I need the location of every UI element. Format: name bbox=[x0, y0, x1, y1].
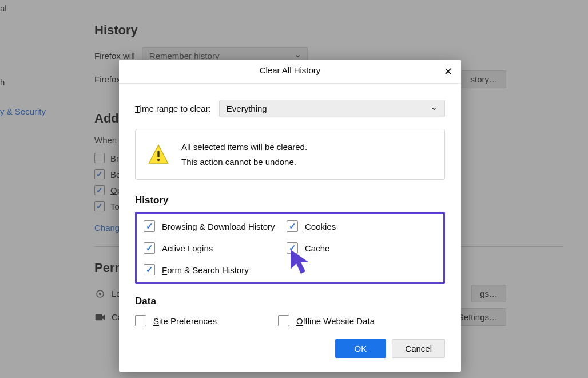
opt-site-preferences[interactable]: Site Preferences bbox=[135, 315, 278, 326]
opt-cache[interactable]: Cache bbox=[287, 242, 436, 254]
opt-browsing-download-history[interactable]: Browsing & Download History bbox=[144, 220, 287, 232]
opt-label: Form & Search History bbox=[162, 265, 249, 275]
opt-label: Offline Website Data bbox=[296, 316, 375, 326]
opt-label: Site Preferences bbox=[153, 316, 217, 326]
dialog-titlebar: Clear All History ✕ bbox=[119, 60, 461, 84]
dialog-title: Clear All History bbox=[260, 65, 321, 75]
checkbox[interactable] bbox=[287, 220, 298, 232]
clear-history-dialog: Clear All History ✕ Time range to clear:… bbox=[119, 60, 461, 372]
data-subtitle: Data bbox=[135, 296, 445, 307]
history-subtitle: History bbox=[135, 195, 445, 206]
warning-line-2: This action cannot be undone. bbox=[181, 155, 307, 170]
warning-box: All selected items will be cleared. This… bbox=[135, 129, 445, 180]
checkbox[interactable] bbox=[144, 220, 155, 232]
opt-active-logins[interactable]: Active Logins bbox=[144, 242, 287, 254]
opt-label: Active Logins bbox=[162, 243, 213, 253]
opt-form-search-history[interactable]: Form & Search History bbox=[144, 264, 287, 275]
opt-label: Cache bbox=[305, 243, 329, 253]
opt-offline-website-data[interactable]: Offline Website Data bbox=[278, 315, 445, 326]
ok-button[interactable]: OK bbox=[335, 339, 387, 358]
opt-cookies[interactable]: Cookies bbox=[287, 220, 436, 232]
checkbox[interactable] bbox=[144, 242, 155, 254]
close-icon[interactable]: ✕ bbox=[442, 65, 454, 78]
cancel-button[interactable]: Cancel bbox=[392, 339, 445, 358]
warning-line-1: All selected items will be cleared. bbox=[181, 140, 307, 155]
warning-icon bbox=[147, 143, 170, 166]
opt-label: Cookies bbox=[305, 222, 336, 231]
checkbox[interactable] bbox=[144, 264, 155, 275]
data-options-group: Site Preferences Offline Website Data bbox=[135, 313, 445, 329]
svg-point-4 bbox=[157, 159, 160, 161]
opt-label: Browsing & Download History bbox=[162, 222, 275, 231]
checkbox[interactable] bbox=[135, 315, 146, 326]
time-range-select[interactable]: Everything bbox=[219, 100, 445, 117]
history-options-group: Browsing & Download History Cookies Acti… bbox=[135, 212, 445, 284]
checkbox[interactable] bbox=[287, 242, 298, 254]
time-range-label: Time range to clear: bbox=[135, 104, 211, 113]
checkbox[interactable] bbox=[278, 315, 289, 326]
svg-rect-3 bbox=[157, 151, 159, 158]
